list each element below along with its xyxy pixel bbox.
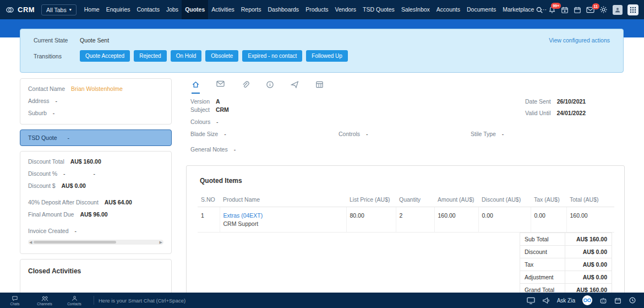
nav-item-salesinbox[interactable]: SalesInbox [398,0,433,19]
colours-label: Colours [190,118,210,125]
invoice-created-row: Invoice Created - [28,228,163,234]
nav-item-documents[interactable]: Documents [463,0,499,19]
nav-item-accounts[interactable]: Accounts [433,0,463,19]
transition-button-on-hold[interactable]: On Hold [171,50,202,62]
channels-button[interactable]: Channels [30,293,59,308]
product-link[interactable]: Extras (04EXT) [223,212,343,219]
bottombar-right: Ask Zia [527,295,644,305]
nav-item-enquiries[interactable]: Enquiries [103,0,134,19]
nav-item-jobs[interactable]: Jobs [163,0,182,19]
discount-dollar-row: Discount $ AU$ 0.00 [28,182,163,189]
suburb-value: - [53,110,55,116]
avatar[interactable] [613,5,623,15]
mail-icon[interactable] [216,80,225,94]
announce-icon[interactable] [542,297,550,304]
horizontal-scrollbar[interactable]: ◀ ▶ [28,240,163,245]
bell-icon[interactable]: 99+ [548,6,556,14]
transition-button-rejected[interactable]: Rejected [134,50,166,62]
history-icon[interactable] [629,296,636,304]
sheet-icon[interactable] [315,80,324,94]
ask-zia-button[interactable]: Ask Zia [557,298,575,304]
nav-item-dashboards[interactable]: Dashboards [265,0,303,19]
transition-button-expired-no-contact[interactable]: Expired - no contact [242,50,302,62]
product-subtext: CRM Support [223,220,343,227]
scroll-right-icon[interactable]: ▶ [160,240,162,245]
zia-glasses-icon[interactable] [582,295,592,305]
cell-total: 160.00 [566,207,614,233]
smart-chat-bar: Chats Channels Contacts Ask Zia [0,293,644,308]
colours-value: - [216,118,219,125]
suburb-label: Suburb [28,110,47,116]
calendar-icon[interactable] [574,6,581,14]
send-icon[interactable] [291,80,299,94]
contacts-button[interactable]: Contacts [59,293,89,308]
nav-item-reports[interactable]: Reports [238,0,265,19]
contact-card: Contact Name Brian Wolstenholme Address … [20,78,172,125]
detail-tabs [179,78,625,94]
home-icon[interactable] [192,80,200,94]
summary-tax-value: AU$ 0.00 [565,258,612,271]
blueprint-panel: Current State Quote Sent View configured… [20,29,624,73]
tsd-quote-label: TSD Quote [28,134,57,141]
gear-icon[interactable] [599,6,608,14]
suburb-row: Suburb - [28,110,163,116]
nav-item-quotes[interactable]: Quotes [182,0,208,19]
scrollbar-thumb[interactable] [34,241,116,244]
view-configured-actions-link[interactable]: View configured actions [549,37,610,44]
transition-button-followed-up[interactable]: Followed Up [306,50,348,62]
spacer [28,194,163,199]
valid-until-label: Valid Until [525,110,551,116]
current-state-row: Current State Quote Sent [34,37,610,44]
cell-quantity: 2 [396,207,434,233]
tsd-quote-related-item[interactable]: TSD Quote - [20,129,172,146]
current-state-label: Current State [34,37,80,44]
quoted-items-title: Quoted Items [200,177,613,185]
all-tabs-dropdown[interactable]: All Tabs ▾ [41,4,77,15]
nav-item-vendors[interactable]: Vendors [332,0,360,19]
nav-item-marketplace[interactable]: Marketplace [499,0,537,19]
discount-percent-label: Discount % [28,170,57,177]
quoted-items-card: Quoted Items S.NO Product Name List Pric… [186,165,625,305]
controls-label: Controls [339,131,360,137]
chevron-down-icon: ▾ [69,7,72,12]
nav-item-home[interactable]: Home [81,0,103,19]
transitions-label: Transitions [34,53,80,60]
mail-badge: 11 [592,3,599,9]
controls-value: - [366,131,368,137]
nav-item-activities[interactable]: Activities [208,0,237,19]
col-total: Total (AU$) [566,192,614,207]
search-icon[interactable] [536,6,543,14]
spacer [28,223,163,228]
nav-item-products[interactable]: Products [302,0,331,19]
chats-button[interactable]: Chats [0,293,30,308]
nav-right: 99+ 11 [536,4,640,15]
discount-total-row: Discount Total AU$ 160.00 [28,158,163,165]
summary-discount-label: Discount [520,246,565,258]
calendar-plus-icon[interactable] [561,6,569,14]
nav-item-contacts[interactable]: Contacts [134,0,163,19]
contact-name-label: Contact Name [28,85,65,92]
closed-activities-title: Closed Activities [28,267,163,275]
smart-chat-input[interactable] [99,298,236,304]
nav-item-tsd-quotes[interactable]: TSD Quotes [359,0,398,19]
transition-button-obsolete[interactable]: Obsolete [205,50,238,62]
adjustment-label: Adjustment [520,271,565,284]
left-sidebar: Contact Name Brian Wolstenholme Address … [20,78,172,308]
mail-icon[interactable]: 11 [586,7,594,13]
screen-share-icon[interactable] [527,297,535,304]
blade-size-label: Blade Size [190,131,218,137]
col-quantity: Quantity [396,192,434,207]
calendar-small-icon[interactable] [614,297,621,304]
contact-name-link[interactable]: Brian Wolstenholme [71,85,123,92]
stile-type-label: Stile Type [471,131,496,137]
scroll-left-icon[interactable]: ◀ [29,240,32,245]
bot-icon[interactable] [599,297,607,304]
transition-button-quote-accepted[interactable]: Quote Accepted [80,50,130,62]
attachment-icon[interactable] [241,80,249,94]
discount-percent-value2: - [93,170,95,177]
address-label: Address [28,98,50,104]
general-notes-field: General Notes - [190,146,236,153]
apps-grid-icon[interactable] [627,4,638,15]
crm-app: CRM All Tabs ▾ Home Enquiries Contacts J… [0,0,644,308]
info-icon[interactable] [266,80,274,94]
